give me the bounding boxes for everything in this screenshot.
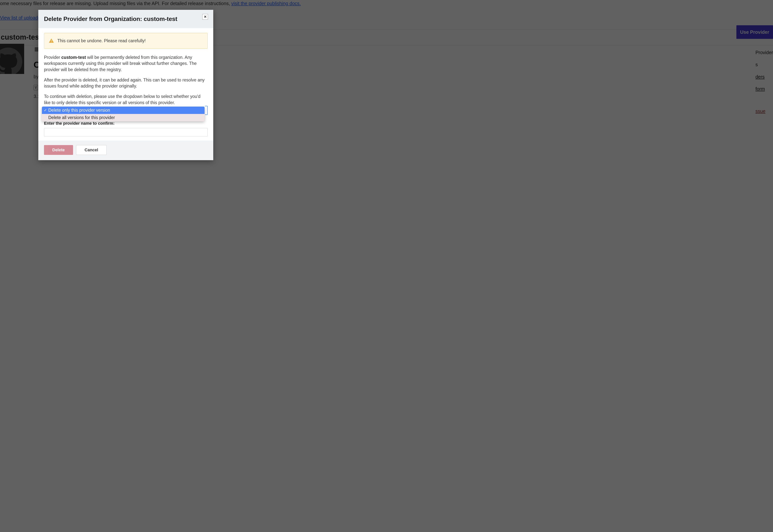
select-option-label: Delete all versions for this provider [48,115,115,120]
select-option-all-versions[interactable]: Delete all versions for this provider [42,114,204,121]
warning-icon [49,38,54,43]
delete-button[interactable]: Delete [44,145,73,155]
checkmark-icon: ✓ [44,108,47,112]
delete-provider-modal: Delete Provider from Organization: custo… [38,10,213,160]
warning-text: This cannot be undone. Please read caref… [57,38,146,44]
select-listbox: ✓ Delete only this provider version Dele… [42,107,204,121]
cancel-button[interactable]: Cancel [76,145,107,155]
modal-title: Delete Provider from Organization: custo… [44,15,208,22]
warning-banner: This cannot be undone. Please read caref… [44,33,208,49]
modal-close-button[interactable]: ✕ [202,14,208,20]
svg-rect-0 [51,40,51,42]
close-icon: ✕ [204,15,207,19]
select-focus-ring [205,106,208,115]
modal-paragraph-3: To continue with deletion, please use th… [44,93,208,106]
select-option-this-version[interactable]: ✓ Delete only this provider version [42,107,204,114]
modal-footer: Delete Cancel [38,141,213,160]
svg-rect-1 [51,42,51,42]
provider-name-strong: custom-test [61,55,86,60]
confirm-provider-name-input[interactable] [44,128,208,136]
modal-paragraph-2: After the provider is deleted, it can be… [44,77,208,89]
select-option-label: Delete only this provider version [48,108,110,113]
modal-body: This cannot be undone. Please read caref… [38,28,213,141]
modal-paragraph-1: Provider custom-test will be permanently… [44,54,208,73]
modal-header: Delete Provider from Organization: custo… [38,10,213,28]
